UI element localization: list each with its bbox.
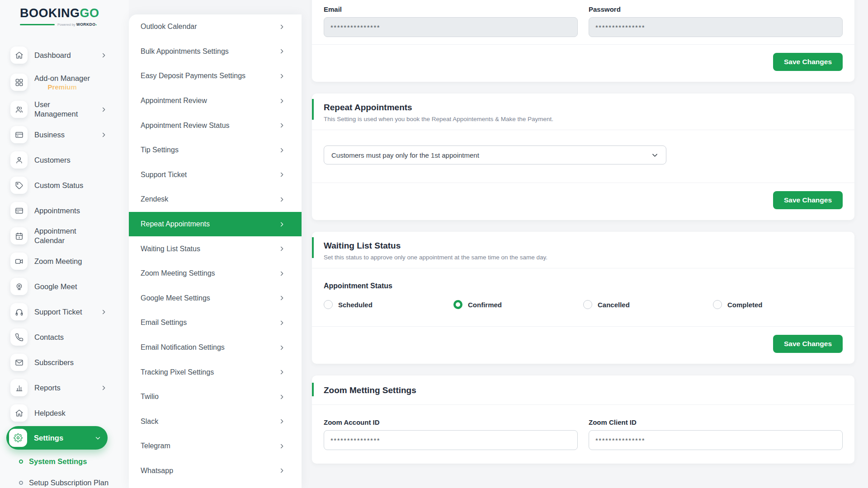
- submenu-item-label: Waiting List Status: [141, 245, 200, 253]
- submenu-item-telegram[interactable]: Telegram: [129, 434, 302, 459]
- sidebar-item-addon-manager[interactable]: Add-on Manager Premium: [0, 68, 129, 97]
- submenu-item-label: Outlook Calendar: [141, 23, 197, 31]
- sidebar-menu: Dashboard Add-on Manager Premium User Ma…: [0, 42, 129, 488]
- submenu-item-label: Telegram: [141, 442, 170, 450]
- submenu-item-whatsapp[interactable]: Whatsapp: [129, 459, 302, 483]
- sidebar-item-label: User Management: [34, 100, 94, 118]
- headset-icon: [10, 303, 28, 320]
- sidebar-item-custom-status[interactable]: Custom Status: [0, 173, 129, 198]
- submenu-item-support-ticket[interactable]: Support Ticket: [129, 163, 302, 188]
- repeat-payment-select[interactable]: Customers must pay only for the 1st appo…: [324, 145, 666, 164]
- radio-checked-icon[interactable]: [453, 300, 462, 309]
- zoom-account-id-field[interactable]: [324, 430, 578, 450]
- chevron-right-icon: [278, 245, 285, 252]
- brand-logo[interactable]: BOOKINGGO Powered by WORKDO•: [20, 6, 97, 27]
- users-icon: [10, 101, 28, 118]
- submenu-item-label: Repeat Appointments: [141, 220, 210, 228]
- bullet-icon: [19, 460, 23, 464]
- radio-option-completed[interactable]: Completed: [713, 300, 843, 309]
- submenu-item-label: Twilio: [141, 393, 159, 401]
- chevron-right-icon: [100, 52, 107, 59]
- repeat-appointments-card: Repeat Appointments This Setting is used…: [312, 94, 854, 220]
- sidebar-item-settings[interactable]: Settings: [6, 426, 108, 450]
- grid-icon: [10, 74, 28, 91]
- sidebar-item-user-management[interactable]: User Management: [0, 97, 129, 122]
- sidebar-item-customers[interactable]: Customers: [0, 147, 129, 173]
- radio-label: Scheduled: [338, 301, 373, 309]
- sidebar-item-label: Dashboard: [34, 51, 71, 60]
- chevron-right-icon: [278, 73, 285, 80]
- email-field[interactable]: [324, 17, 578, 37]
- submenu-item-tip-settings[interactable]: Tip Settings: [129, 138, 302, 163]
- submenu-item-label: Whatsapp: [141, 467, 173, 475]
- settings-submenu: Outlook Calendar Bulk Appointments Setti…: [129, 14, 302, 488]
- radio-icon[interactable]: [583, 300, 592, 309]
- radio-icon[interactable]: [713, 300, 722, 309]
- chevron-right-icon: [278, 98, 285, 104]
- radio-icon[interactable]: [324, 300, 333, 309]
- sidebar-item-dashboard[interactable]: Dashboard: [0, 42, 129, 68]
- submenu-item-repeat-appointments[interactable]: Repeat Appointments: [129, 212, 302, 237]
- submenu-item-appointment-review-status[interactable]: Appointment Review Status: [129, 113, 302, 138]
- chevron-right-icon: [278, 394, 285, 400]
- sidebar-item-label: Custom Status: [34, 181, 83, 190]
- sidebar-item-business[interactable]: Business: [0, 122, 129, 147]
- sidebar-item-label: Setup Subscription Plan: [29, 479, 108, 487]
- save-changes-button[interactable]: Save Changes: [773, 335, 843, 353]
- submenu-item-appointment-review[interactable]: Appointment Review: [129, 89, 302, 113]
- submenu-item-slack[interactable]: Slack: [129, 409, 302, 434]
- sidebar-item-label: Customers: [34, 155, 71, 165]
- chevron-down-icon: [651, 151, 659, 159]
- credit-card-icon: [10, 202, 28, 219]
- radio-option-cancelled[interactable]: Cancelled: [583, 300, 713, 309]
- chevron-right-icon: [100, 106, 107, 113]
- chevron-right-icon: [278, 319, 285, 326]
- sidebar-item-label: Support Ticket: [34, 307, 82, 317]
- chevron-right-icon: [278, 418, 285, 425]
- save-changes-button[interactable]: Save Changes: [773, 53, 843, 71]
- sidebar-item-appointments[interactable]: Appointments: [0, 198, 129, 223]
- zoom-client-id-field[interactable]: [589, 430, 843, 450]
- credit-card-icon: [10, 126, 28, 143]
- user-icon: [10, 151, 28, 169]
- sidebar-item-setup-subscription-plan[interactable]: Setup Subscription Plan: [0, 473, 129, 488]
- submenu-item-label: Support Ticket: [141, 171, 187, 179]
- sidebar-item-subscribers[interactable]: Subscribers: [0, 350, 129, 375]
- sidebar-item-reports[interactable]: Reports: [0, 375, 129, 400]
- submenu-item-zoom-meeting-settings[interactable]: Zoom Meeting Settings: [129, 261, 302, 286]
- save-changes-button[interactable]: Save Changes: [773, 191, 843, 209]
- sidebar-item-support-ticket[interactable]: Support Ticket: [0, 299, 129, 324]
- sidebar-item-label: Business: [34, 130, 65, 140]
- zoom-account-id-label: Zoom Account ID: [324, 418, 578, 426]
- submenu-item-tracking-pixel-settings[interactable]: Tracking Pixel Settings: [129, 360, 302, 385]
- sidebar-item-appointment-calendar[interactable]: Appointment Calendar: [0, 223, 129, 249]
- submenu-item-zendesk[interactable]: Zendesk: [129, 187, 302, 212]
- radio-option-scheduled[interactable]: Scheduled: [324, 300, 453, 309]
- sidebar-item-label: Settings: [34, 433, 63, 443]
- zoom-meeting-settings-card: Zoom Metting Settings Zoom Account ID Zo…: [312, 375, 854, 464]
- submenu-item-twilio[interactable]: Twilio: [129, 385, 302, 409]
- radio-option-confirmed[interactable]: Confirmed: [453, 300, 583, 309]
- sidebar-item-zoom-meeting[interactable]: Zoom Meeting: [0, 249, 129, 274]
- submenu-item-bulk-appointments-settings[interactable]: Bulk Appointments Settings: [129, 39, 302, 64]
- sidebar-item-google-meet[interactable]: Google Meet: [0, 274, 129, 299]
- tag-icon: [10, 177, 28, 194]
- submenu-item-waiting-list-status[interactable]: Waiting List Status: [129, 236, 302, 261]
- home-icon: [10, 404, 28, 422]
- submenu-item-google-meet-settings[interactable]: Google Meet Settings: [129, 286, 302, 311]
- password-field[interactable]: [589, 17, 843, 37]
- submenu-item-outlook-calendar[interactable]: Outlook Calendar: [129, 14, 302, 39]
- chevron-right-icon: [278, 147, 285, 154]
- submenu-item-email-notification-settings[interactable]: Email Notification Settings: [129, 335, 302, 360]
- appointment-status-radio-group: Scheduled Confirmed Cancelled Completed: [324, 300, 843, 309]
- sidebar-item-label: Zoom Meeting: [34, 257, 82, 266]
- sidebar-item-contacts[interactable]: Contacts: [0, 324, 129, 350]
- submenu-item-easy-deposit-payments-settings[interactable]: Easy Deposit Payments Settings: [129, 64, 302, 89]
- sidebar-item-system-settings[interactable]: System Settings: [0, 450, 129, 473]
- sidebar-item-helpdesk[interactable]: Helpdesk: [0, 400, 129, 426]
- sidebar-item-label: Appointment Calendar: [34, 226, 107, 245]
- chevron-right-icon: [100, 385, 107, 391]
- radio-label: Confirmed: [468, 301, 502, 309]
- card-subtitle: This Setting is used when you book the R…: [324, 116, 843, 122]
- submenu-item-email-settings[interactable]: Email Settings: [129, 310, 302, 335]
